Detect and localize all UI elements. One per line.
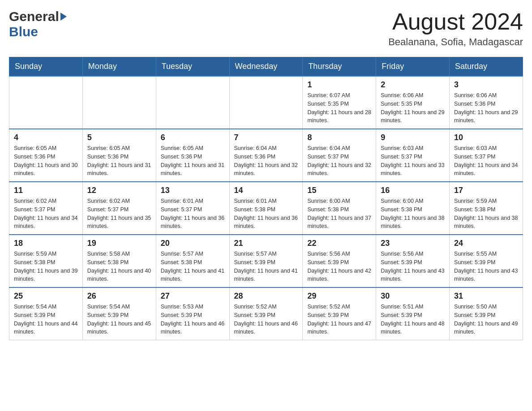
- calendar-cell: 7Sunrise: 6:04 AMSunset: 5:36 PMDaylight…: [229, 129, 303, 182]
- day-number: 23: [381, 239, 445, 248]
- calendar-table: SundayMondayTuesdayWednesdayThursdayFrid…: [9, 57, 523, 340]
- weekday-header-tuesday: Tuesday: [156, 57, 229, 77]
- calendar-cell: 25Sunrise: 5:54 AMSunset: 5:39 PMDayligh…: [9, 287, 83, 340]
- calendar-cell: 22Sunrise: 5:56 AMSunset: 5:39 PMDayligh…: [303, 235, 376, 287]
- day-info: Sunrise: 5:53 AMSunset: 5:39 PMDaylight:…: [161, 303, 225, 336]
- day-info: Sunrise: 6:04 AMSunset: 5:37 PMDaylight:…: [307, 144, 371, 178]
- title-area: August 2024 Bealanana, Sofia, Madagascar: [388, 9, 523, 48]
- week-row-4: 18Sunrise: 5:59 AMSunset: 5:38 PMDayligh…: [9, 235, 523, 287]
- calendar-cell: 15Sunrise: 6:00 AMSunset: 5:38 PMDayligh…: [303, 182, 376, 235]
- weekday-header-wednesday: Wednesday: [229, 57, 303, 77]
- day-info: Sunrise: 6:01 AMSunset: 5:38 PMDaylight:…: [234, 197, 298, 231]
- calendar-cell: 30Sunrise: 5:51 AMSunset: 5:39 PMDayligh…: [376, 287, 450, 340]
- day-info: Sunrise: 5:59 AMSunset: 5:38 PMDaylight:…: [454, 197, 518, 231]
- day-number: 31: [454, 291, 518, 301]
- day-number: 24: [454, 239, 518, 248]
- day-info: Sunrise: 6:04 AMSunset: 5:36 PMDaylight:…: [234, 144, 298, 178]
- logo-blue: Blue: [9, 24, 38, 39]
- calendar-cell: 14Sunrise: 6:01 AMSunset: 5:38 PMDayligh…: [229, 182, 303, 235]
- day-number: 18: [14, 239, 78, 248]
- calendar-cell: 11Sunrise: 6:02 AMSunset: 5:37 PMDayligh…: [9, 182, 83, 235]
- calendar-cell: [82, 76, 156, 129]
- logo: General Blue: [9, 9, 67, 39]
- day-info: Sunrise: 6:02 AMSunset: 5:37 PMDaylight:…: [87, 197, 151, 231]
- calendar-cell: 26Sunrise: 5:54 AMSunset: 5:39 PMDayligh…: [82, 287, 156, 340]
- calendar-cell: 31Sunrise: 5:50 AMSunset: 5:39 PMDayligh…: [450, 287, 523, 340]
- day-number: 14: [234, 186, 298, 195]
- calendar-cell: 16Sunrise: 6:00 AMSunset: 5:38 PMDayligh…: [376, 182, 450, 235]
- calendar-cell: 29Sunrise: 5:52 AMSunset: 5:39 PMDayligh…: [303, 287, 376, 340]
- week-row-1: 1Sunrise: 6:07 AMSunset: 5:35 PMDaylight…: [9, 76, 523, 129]
- day-number: 13: [161, 186, 225, 195]
- day-number: 5: [87, 133, 151, 142]
- day-info: Sunrise: 5:52 AMSunset: 5:39 PMDaylight:…: [307, 303, 371, 336]
- day-info: Sunrise: 6:05 AMSunset: 5:36 PMDaylight:…: [161, 144, 225, 178]
- day-info: Sunrise: 6:06 AMSunset: 5:35 PMDaylight:…: [381, 91, 445, 125]
- calendar-cell: [9, 76, 83, 129]
- day-info: Sunrise: 5:58 AMSunset: 5:38 PMDaylight:…: [87, 250, 151, 283]
- day-number: 16: [381, 186, 445, 195]
- calendar-cell: 21Sunrise: 5:57 AMSunset: 5:39 PMDayligh…: [229, 235, 303, 287]
- weekday-header-saturday: Saturday: [450, 57, 523, 77]
- day-number: 22: [307, 239, 371, 248]
- day-number: 17: [454, 186, 518, 195]
- calendar-cell: 9Sunrise: 6:03 AMSunset: 5:37 PMDaylight…: [376, 129, 450, 182]
- day-info: Sunrise: 5:55 AMSunset: 5:39 PMDaylight:…: [454, 250, 518, 283]
- day-number: 12: [87, 186, 151, 195]
- day-number: 26: [87, 291, 151, 301]
- calendar-cell: 3Sunrise: 6:06 AMSunset: 5:36 PMDaylight…: [450, 76, 523, 129]
- day-number: 30: [381, 291, 445, 301]
- day-number: 25: [14, 291, 78, 301]
- day-info: Sunrise: 5:56 AMSunset: 5:39 PMDaylight:…: [381, 250, 445, 283]
- day-number: 2: [381, 80, 445, 90]
- calendar-cell: 1Sunrise: 6:07 AMSunset: 5:35 PMDaylight…: [303, 76, 376, 129]
- week-row-2: 4Sunrise: 6:05 AMSunset: 5:36 PMDaylight…: [9, 129, 523, 182]
- location: Bealanana, Sofia, Madagascar: [388, 36, 523, 48]
- day-number: 28: [234, 291, 298, 301]
- calendar-cell: 24Sunrise: 5:55 AMSunset: 5:39 PMDayligh…: [450, 235, 523, 287]
- day-info: Sunrise: 5:51 AMSunset: 5:39 PMDaylight:…: [381, 303, 445, 336]
- day-info: Sunrise: 5:56 AMSunset: 5:39 PMDaylight:…: [307, 250, 371, 283]
- day-info: Sunrise: 5:57 AMSunset: 5:38 PMDaylight:…: [161, 250, 225, 283]
- day-info: Sunrise: 5:50 AMSunset: 5:39 PMDaylight:…: [454, 303, 518, 336]
- calendar-cell: 20Sunrise: 5:57 AMSunset: 5:38 PMDayligh…: [156, 235, 229, 287]
- week-row-5: 25Sunrise: 5:54 AMSunset: 5:39 PMDayligh…: [9, 287, 523, 340]
- logo-arrow-icon: [60, 13, 67, 21]
- day-number: 9: [381, 133, 445, 142]
- day-info: Sunrise: 6:05 AMSunset: 5:36 PMDaylight:…: [87, 144, 151, 178]
- calendar-cell: 28Sunrise: 5:52 AMSunset: 5:39 PMDayligh…: [229, 287, 303, 340]
- day-info: Sunrise: 6:03 AMSunset: 5:37 PMDaylight:…: [381, 144, 445, 178]
- day-number: 10: [454, 133, 518, 142]
- day-number: 1: [307, 80, 371, 90]
- day-info: Sunrise: 6:02 AMSunset: 5:37 PMDaylight:…: [14, 197, 78, 231]
- calendar-cell: 5Sunrise: 6:05 AMSunset: 5:36 PMDaylight…: [82, 129, 156, 182]
- calendar-cell: 10Sunrise: 6:03 AMSunset: 5:37 PMDayligh…: [450, 129, 523, 182]
- day-number: 3: [454, 80, 518, 90]
- day-number: 20: [161, 239, 225, 248]
- calendar-cell: 17Sunrise: 5:59 AMSunset: 5:38 PMDayligh…: [450, 182, 523, 235]
- day-number: 29: [307, 291, 371, 301]
- day-number: 4: [14, 133, 78, 142]
- day-info: Sunrise: 5:59 AMSunset: 5:38 PMDaylight:…: [14, 250, 78, 283]
- weekday-header-friday: Friday: [376, 57, 450, 77]
- weekday-header-sunday: Sunday: [9, 57, 83, 77]
- day-info: Sunrise: 6:00 AMSunset: 5:38 PMDaylight:…: [381, 197, 445, 231]
- calendar-cell: 27Sunrise: 5:53 AMSunset: 5:39 PMDayligh…: [156, 287, 229, 340]
- calendar-cell: 4Sunrise: 6:05 AMSunset: 5:36 PMDaylight…: [9, 129, 83, 182]
- day-number: 21: [234, 239, 298, 248]
- calendar-cell: 13Sunrise: 6:01 AMSunset: 5:37 PMDayligh…: [156, 182, 229, 235]
- month-title: August 2024: [388, 9, 523, 34]
- calendar-cell: 12Sunrise: 6:02 AMSunset: 5:37 PMDayligh…: [82, 182, 156, 235]
- calendar-cell: 23Sunrise: 5:56 AMSunset: 5:39 PMDayligh…: [376, 235, 450, 287]
- day-number: 8: [307, 133, 371, 142]
- day-info: Sunrise: 6:05 AMSunset: 5:36 PMDaylight:…: [14, 144, 78, 178]
- weekday-header-monday: Monday: [82, 57, 156, 77]
- weekday-header-thursday: Thursday: [303, 57, 376, 77]
- day-info: Sunrise: 5:54 AMSunset: 5:39 PMDaylight:…: [14, 303, 78, 336]
- calendar-cell: 18Sunrise: 5:59 AMSunset: 5:38 PMDayligh…: [9, 235, 83, 287]
- day-info: Sunrise: 6:03 AMSunset: 5:37 PMDaylight:…: [454, 144, 518, 178]
- logo-general: General: [9, 9, 59, 24]
- page-header: General Blue August 2024 Bealanana, Sofi…: [9, 9, 523, 48]
- day-number: 6: [161, 133, 225, 142]
- calendar-cell: 6Sunrise: 6:05 AMSunset: 5:36 PMDaylight…: [156, 129, 229, 182]
